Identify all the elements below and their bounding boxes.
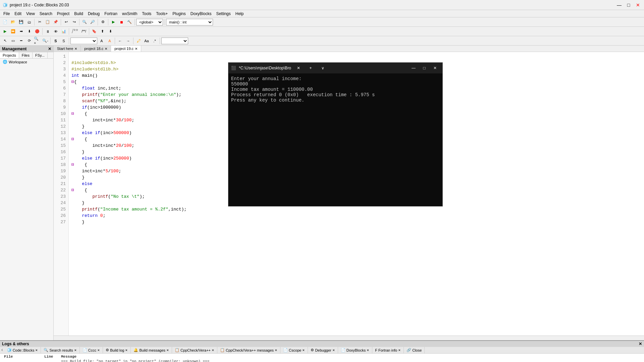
style-dropdown[interactable] [70,38,97,44]
logs-tab-debugger[interactable]: ⚙ Debugger ✕ [308,347,338,353]
logs-tab-codeblocks-close[interactable]: ✕ [35,349,38,352]
logs-tab-doxyblocks-close[interactable]: ✕ [367,349,369,352]
sidebar-item-workspace[interactable]: 🌐 Workspace [0,59,53,65]
horizontal-scrollbar[interactable] [54,336,644,340]
tb-undo[interactable]: ↩ [62,18,70,26]
logs-tab-fortraninfo[interactable]: F Fortran info ✕ [372,347,404,353]
menu-project[interactable]: Project [55,11,71,17]
logs-tab-cscope[interactable]: 📄 Cscope ✕ [280,347,308,353]
menu-file[interactable]: File [1,11,12,17]
tb-highlight[interactable]: 🖍 [135,37,142,45]
menu-fortran[interactable]: Fortran [102,11,119,17]
logs-tab-cscope-close[interactable]: ✕ [302,349,305,352]
tb-comment2[interactable]: /**/ [80,28,88,35]
logs-tab-buildmsg-close[interactable]: ✕ [166,349,169,352]
logs-nav-left[interactable]: ‹ [0,347,4,353]
tb-next-bookmark[interactable]: ⬇ [107,28,114,35]
sidebar-tab-fsy[interactable]: FSy... [33,52,48,58]
tb-next[interactable]: ➡ [17,28,25,35]
logs-tab-cccc-close[interactable]: ✕ [97,349,100,352]
menu-tools-plus[interactable]: Tools+ [154,11,170,17]
tb-redo[interactable]: ↪ [70,18,78,26]
tb-search[interactable]: 🔍 [81,18,88,26]
terminal-maximize[interactable]: □ [420,63,429,73]
tab-project18-close[interactable]: ✕ [105,47,107,51]
menu-debug[interactable]: Debug [86,11,102,17]
tb-rectangle[interactable]: ▭ [9,37,17,45]
logs-tab-cppcheck-msg-close[interactable]: ✕ [275,349,277,352]
logs-tab-buildlog[interactable]: ⚙ Build log ✕ [103,347,131,353]
maximize-button[interactable]: □ [625,2,632,8]
tb-watch[interactable]: 👁 [52,28,59,35]
tb-select[interactable]: ↖ [1,37,9,45]
menu-wxsmith[interactable]: wxSmith [120,11,139,17]
sidebar-tab-projects[interactable]: Projects [0,52,19,58]
terminal-minimize[interactable]: — [409,63,418,73]
logs-tab-debugger-close[interactable]: ✕ [332,349,335,352]
tab-project19-close[interactable]: ✕ [135,47,138,51]
logs-tab-searchresults[interactable]: 🔍 Search results ✕ [41,347,79,353]
tb-prev-bookmark[interactable]: ⬆ [99,28,106,35]
logs-close[interactable]: ✕ [639,342,642,346]
tb-breakpoint[interactable]: 🔴 [34,28,41,35]
menu-edit[interactable]: Edit [12,11,23,17]
menu-search[interactable]: Search [38,11,54,17]
close-button[interactable]: ✕ [635,2,641,8]
menu-settings[interactable]: Settings [214,11,232,17]
tb-save[interactable]: 💾 [17,18,25,26]
menu-build[interactable]: Build [72,11,85,17]
tb-nav-fwd[interactable]: → [124,37,132,45]
logs-tab-buildlog-close[interactable]: ✕ [125,349,128,352]
menu-plugins[interactable]: Plugins [170,11,187,17]
logs-tab-cppcheck-close[interactable]: ✕ [212,349,214,352]
logs-tab-buildmsg[interactable]: 🔔 Build messages ✕ [131,347,172,353]
scope-dropdown[interactable]: <global> [136,19,163,25]
tab-start-here[interactable]: Start here ✕ [54,46,81,52]
terminal-add-tab[interactable]: + [306,63,315,73]
menu-doxyblocks[interactable]: DoxyBlocks [189,11,214,17]
menu-view[interactable]: View [24,11,37,17]
logs-tab-codeblocks[interactable]: 🧊 Code::Blocks ✕ [4,347,41,353]
tb-continue[interactable]: ⏩ [9,28,17,35]
sidebar-tab-files[interactable]: Files [19,52,33,58]
tb-run[interactable]: ▶ [110,18,117,26]
tb-debug-stop[interactable]: ⏸ [44,28,51,35]
tb-rotate[interactable]: ⟳ [25,37,33,45]
tb-line[interactable]: ━ [17,37,25,45]
tab-project19[interactable]: project 19.c ✕ [111,46,141,52]
tb-replace[interactable]: 🔎 [89,18,96,26]
tb-aa[interactable]: Aa [143,37,150,45]
logs-tab-cppcheck-msg[interactable]: 📋 CppCheck/Vera++ messages ✕ [217,347,280,353]
logs-tab-close[interactable]: 🔗 Close [404,347,425,353]
tb-zoom-out[interactable]: 🔍- [42,37,49,45]
tb-step[interactable]: ⬇ [25,28,33,35]
tb-paste[interactable]: 📌 [52,18,59,26]
logs-tab-fortraninfo-close[interactable]: ✕ [398,349,401,352]
tb-save-all[interactable]: 🗂 [25,18,33,26]
tb-lower[interactable]: S [60,37,67,45]
tb-copy[interactable]: 📋 [44,18,51,26]
tb-debug-run[interactable]: ▶ [1,28,9,35]
tab-start-close[interactable]: ✕ [74,47,77,51]
tb-new[interactable]: 📄 [1,18,9,26]
tb-upper[interactable]: S [52,37,59,45]
minimize-button[interactable]: — [616,2,623,8]
logs-tab-cppcheck[interactable]: 📋 CppCheck/Vera++ ✕ [172,347,217,353]
terminal-options[interactable]: ∨ [318,63,327,73]
tb-regex[interactable]: .* [151,37,158,45]
highlight-dropdown[interactable] [161,38,188,44]
tb-nav-back[interactable]: ← [116,37,124,45]
tb-settings[interactable]: ⚙ [99,18,107,26]
tb-locals[interactable]: 📊 [60,28,67,35]
menu-help[interactable]: Help [233,11,246,17]
logs-tab-doxyblocks[interactable]: 📄 DoxyBlocks ✕ [338,347,372,353]
tb-bookmark[interactable]: 🔖 [91,28,98,35]
tb-open[interactable]: 📂 [9,18,17,26]
logs-tab-cccc[interactable]: 📄 Cccc ✕ [80,347,103,353]
sidebar-close[interactable]: ✕ [48,47,51,51]
tab-project18[interactable]: project 18.c ✕ [81,46,111,52]
tb-stop[interactable]: ⏹ [118,18,125,26]
tb-comment[interactable]: /** [70,28,79,35]
terminal-close-tab[interactable]: ✕ [294,63,303,73]
function-dropdown[interactable]: main() : int [166,19,213,25]
